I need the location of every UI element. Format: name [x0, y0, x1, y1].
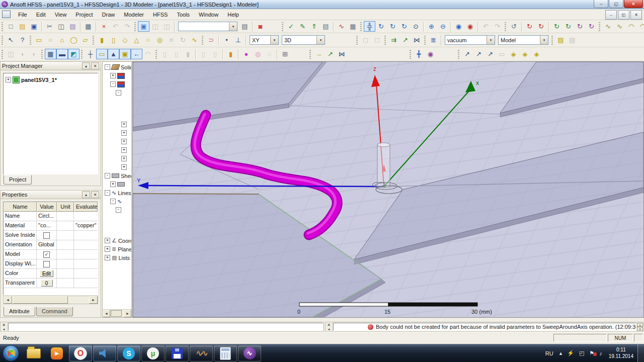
show-desktop-button[interactable]	[637, 344, 644, 362]
modeler-3d-viewport[interactable]: z x Y 0 15 30 (mm)	[132, 61, 644, 318]
draw-sphere-button[interactable]: ○	[142, 35, 154, 45]
scroll-thumb[interactable]	[111, 310, 122, 317]
skype-button[interactable]: S	[117, 345, 140, 361]
pan-button[interactable]: ╬	[364, 21, 375, 32]
zoom-out-rect-button[interactable]: ⊖	[437, 21, 449, 32]
solution-data-button[interactable]: ▦	[347, 21, 359, 32]
property-value[interactable]	[37, 231, 57, 240]
duplicate-along-line-button[interactable]: ⇉	[388, 35, 399, 45]
tree-expander[interactable]: +	[105, 246, 110, 252]
copy-button[interactable]: ◫	[55, 21, 67, 32]
mesh-settings-button[interactable]: ↻	[574, 21, 586, 32]
draw-rectangle-button[interactable]: ▭	[33, 35, 45, 45]
property-value[interactable]: Edit	[37, 269, 57, 279]
property-value[interactable]: ✓	[37, 250, 57, 259]
detach-faces-button[interactable]: ◌	[264, 49, 275, 59]
new-button[interactable]: □	[5, 21, 17, 32]
combo-dropdown-arrow[interactable]: ▾	[229, 22, 237, 31]
hidden-icons-arrow[interactable]: ▴	[557, 350, 565, 356]
draw-cylinder-button[interactable]: ▯	[108, 35, 119, 45]
utorrent-button[interactable]: µ	[141, 345, 165, 361]
close-dock-button[interactable]: ✕	[327, 323, 331, 327]
print-button[interactable]: ▦	[83, 21, 94, 32]
apply-mesh-button[interactable]: ↺	[508, 21, 520, 32]
property-value[interactable]: Global	[37, 240, 57, 250]
sweep-around-axis-button[interactable]: ⊃	[205, 35, 217, 45]
property-value[interactable]: Circl...	[37, 212, 57, 221]
zoom-in-rect-button[interactable]: ⊕	[426, 21, 437, 32]
menu-draw[interactable]: Draw	[98, 10, 120, 19]
create-object-cs-button[interactable]: ↗	[485, 49, 496, 59]
draw-point-button[interactable]: •	[221, 35, 232, 45]
profile-button[interactable]: ▤	[320, 21, 332, 32]
tree-expander[interactable]: +	[121, 164, 127, 170]
tree-item-solids[interactable]: -Solids	[104, 63, 131, 71]
combo-dropdown-arrow[interactable]: ▾	[270, 36, 278, 44]
mdi-close-button[interactable]: ✕	[630, 10, 642, 20]
rotate-view-center-button[interactable]: ↻	[387, 21, 398, 32]
tree-item-coordinate-systems[interactable]: +∠Coordinate Systems	[104, 236, 131, 245]
checkbox[interactable]	[43, 232, 50, 239]
draw-cone-button[interactable]: △	[131, 35, 142, 45]
0-button[interactable]: 0	[41, 280, 53, 287]
draw-line-button[interactable]: ∿	[602, 21, 614, 32]
face-select-button[interactable]: ▭	[96, 49, 108, 59]
tree-hscrollbar[interactable]: ◄ ►	[103, 309, 131, 317]
add-variable-button[interactable]: ▤	[239, 21, 251, 32]
combo-dropdown-arrow[interactable]: ▾	[316, 36, 325, 44]
zoom-in-button[interactable]: ◉	[453, 21, 464, 32]
scroll-left-button[interactable]: ◄	[103, 310, 110, 317]
action-center-flag-icon[interactable]: ⚑	[587, 350, 597, 356]
tree-expander[interactable]: +	[121, 139, 127, 144]
mesh-stats-button[interactable]: ↻	[586, 21, 597, 32]
scroll-right-button[interactable]: ►	[89, 296, 98, 304]
save-button[interactable]: ▣	[28, 21, 40, 32]
move-button[interactable]: →	[313, 49, 325, 59]
tree-expander[interactable]: +	[105, 255, 110, 260]
tree-item[interactable]: +	[104, 154, 131, 163]
draw-torus-button[interactable]: ◎	[154, 35, 166, 45]
draw-polyg-button[interactable]: ⌂	[56, 35, 68, 45]
menu-modeler[interactable]: Modeler	[119, 10, 148, 19]
tree-expander[interactable]: -	[116, 207, 121, 213]
rotate-button[interactable]: ↗	[325, 49, 336, 59]
message-spinner[interactable]: ▴▾	[637, 323, 643, 331]
tree-item-planes[interactable]: +≣Planes	[104, 245, 131, 253]
temperature-button[interactable]: ◙	[255, 21, 266, 32]
draw-arc-center-button[interactable]: ◠	[637, 21, 644, 32]
symbol-combo[interactable]: ▾	[178, 22, 237, 31]
open-button[interactable]: ▤	[17, 21, 28, 32]
taskbar-clock[interactable]: 0:11 19.11.2014	[609, 347, 633, 359]
tree-expander[interactable]: +	[121, 130, 127, 136]
combo-dropdown-arrow[interactable]: ▾	[540, 36, 548, 44]
rotate-current-axis-button[interactable]: ↻	[398, 21, 410, 32]
draw-circle-button[interactable]: ○	[45, 35, 56, 45]
tree-expander[interactable]: +	[121, 122, 127, 127]
properties-hscrollbar[interactable]: ◄ ►	[3, 296, 98, 304]
calculator-button[interactable]	[214, 345, 237, 361]
project-tree-item[interactable]: + panel15V3_1*	[4, 73, 98, 84]
scroll-right-button[interactable]: ►	[124, 310, 131, 317]
menu-window[interactable]: Window	[194, 10, 223, 19]
probe-cylinder-object[interactable]	[377, 143, 390, 187]
combo-dropdown-arrow[interactable]: ▾	[487, 36, 495, 44]
property-value[interactable]	[37, 259, 57, 269]
surface-mesh-button[interactable]: ◉	[425, 49, 436, 59]
draw-sweep-sheet-button[interactable]: ▱	[79, 35, 91, 45]
property-value[interactable]: "co...	[37, 221, 57, 231]
windows-explorer-button[interactable]	[23, 346, 45, 361]
tree-expander[interactable]: -	[105, 64, 110, 70]
clear-mesh-button[interactable]: ↻	[524, 21, 535, 32]
network-icon[interactable]: ◰	[577, 350, 587, 356]
tree-item[interactable]: +	[104, 129, 131, 137]
draw-bondwire-button[interactable]: ∿	[189, 35, 200, 45]
tree-item[interactable]: -	[104, 80, 131, 88]
tree-item[interactable]: -	[104, 206, 131, 214]
mirror-button[interactable]: ⋈	[336, 49, 348, 59]
scroll-left-button[interactable]: ◄	[4, 296, 12, 304]
tree-expander[interactable]: +	[105, 238, 110, 243]
power-plug-icon[interactable]: ⚡	[565, 350, 577, 356]
measure-area-button[interactable]: ◈	[531, 49, 542, 59]
dock-arrow-icon[interactable]: ◂	[3, 327, 5, 331]
checkbox[interactable]: ✓	[43, 251, 50, 258]
